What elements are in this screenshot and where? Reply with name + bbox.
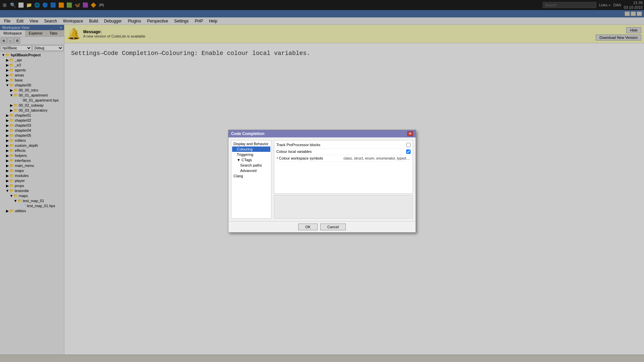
setting-row-track: Track PreProcessor blocks: [276, 142, 411, 148]
setting-check-colour-local[interactable]: [406, 149, 411, 154]
dialog-footer: OK Cancel: [228, 221, 416, 232]
dialog-settings-tree: Display and Behavior Colouring Triggerin…: [231, 140, 271, 219]
setting-label-colour-local: Colour local variables: [276, 149, 405, 154]
dialog-tree-item-ctags[interactable]: ▼ CTags: [232, 157, 270, 163]
code-completion-dialog: Code Completion × Display and Behavior C…: [228, 130, 416, 233]
setting-row-colour-workspace: + Colour workspace symbols class, struct…: [276, 155, 411, 162]
setting-row-colour-local: Colour local variables: [276, 148, 411, 155]
dialog-tree-item-colouring[interactable]: Colouring: [232, 146, 270, 152]
dialog-tree-item-display[interactable]: Display and Behavior: [232, 141, 270, 146]
dialog-content: Track PreProcessor blocks Colour local v…: [274, 140, 413, 219]
dialog-tree-item-searchpaths[interactable]: Search paths: [232, 163, 270, 168]
dialog-settings-panel: Track PreProcessor blocks Colour local v…: [274, 140, 413, 194]
dialog-body: Display and Behavior Colouring Triggerin…: [228, 137, 416, 221]
dialog-tree-item-triggering[interactable]: Triggering: [232, 152, 270, 157]
dialog-overlay: Code Completion × Display and Behavior C…: [0, 0, 644, 362]
dialog-tree-item-advanced[interactable]: Advanced: [232, 168, 270, 173]
dialog-tree-item-clang[interactable]: Clang: [232, 173, 270, 179]
setting-label-track: Track PreProcessor blocks: [276, 143, 405, 147]
cancel-button[interactable]: Cancel: [320, 224, 346, 230]
setting-label-colour-workspace: Colour workspace symbols: [279, 156, 343, 160]
dialog-title: Code Completion: [231, 131, 264, 136]
dialog-preview-panel: [274, 195, 413, 219]
setting-value-colour-workspace: class, struct, enum, enumerator, typedef…: [343, 156, 411, 160]
setting-check-track[interactable]: [406, 143, 411, 147]
dialog-close-button[interactable]: ×: [408, 131, 413, 136]
dialog-titlebar: Code Completion ×: [228, 130, 416, 137]
ok-button[interactable]: OK: [298, 224, 318, 230]
